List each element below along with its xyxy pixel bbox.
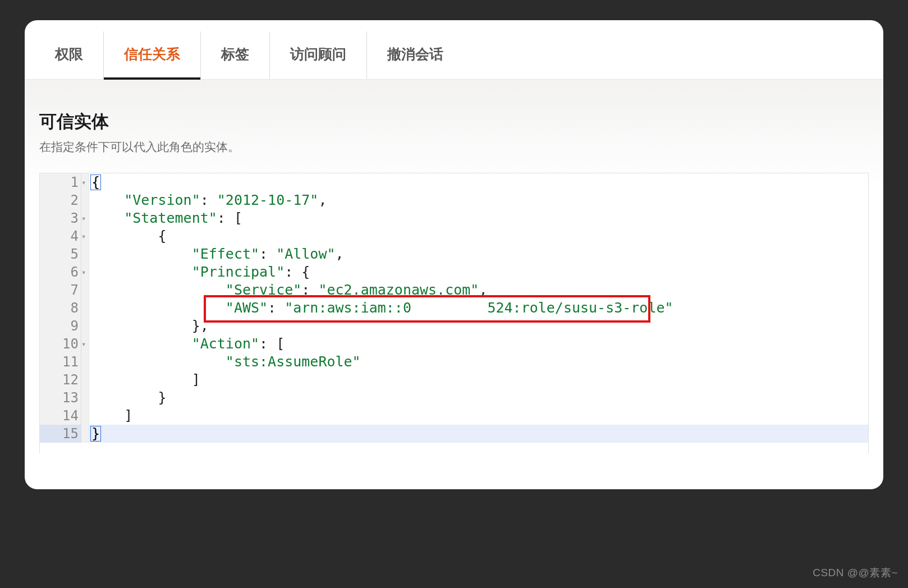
line-number: 4	[40, 227, 81, 245]
json-key: "Action"	[192, 336, 259, 352]
line-number: 6	[40, 263, 81, 281]
code-content[interactable]: ]	[89, 407, 868, 425]
json-punct: ]	[124, 407, 132, 424]
code-line[interactable]: 12 ]	[40, 371, 868, 389]
policy-json-editor[interactable]: 1▾{2 "Version": "2012-10-17",3▾ "Stateme…	[39, 173, 869, 453]
line-number: 2	[40, 191, 81, 209]
code-line[interactable]: 3▾ "Statement": [	[40, 209, 868, 227]
code-content[interactable]: }	[89, 389, 868, 407]
json-string: "ec2.amazonaws.com"	[318, 282, 479, 298]
code-line[interactable]: 6▾ "Principal": {	[40, 263, 868, 281]
line-number: 10	[40, 335, 81, 353]
section-subtitle: 在指定条件下可以代入此角色的实体。	[39, 139, 869, 155]
bracket-cursor: {	[90, 174, 101, 190]
fold-toggle-icon	[81, 245, 89, 263]
fold-toggle-icon[interactable]: ▾	[81, 263, 89, 281]
json-punct: : {	[285, 264, 310, 280]
json-key: "Principal"	[192, 264, 285, 280]
line-number: 8	[40, 299, 81, 317]
fold-toggle-icon	[81, 425, 89, 443]
line-number: 14	[40, 407, 81, 425]
content-area: 可信实体 在指定条件下可以代入此角色的实体。 1▾{2 "Version": "…	[25, 80, 883, 453]
line-number: 15	[40, 425, 81, 443]
code-line[interactable]: 14 ]	[40, 407, 868, 425]
code-content[interactable]: }	[89, 425, 868, 443]
watermark-text: CSDN @@素素~	[813, 566, 898, 580]
tab-access-advisor[interactable]: 访问顾问	[270, 31, 367, 79]
line-number: 9	[40, 317, 81, 335]
code-content[interactable]: "Version": "2012-10-17",	[89, 191, 868, 209]
json-punct: :	[301, 282, 318, 298]
tab-tags[interactable]: 标签	[201, 31, 270, 79]
code-line[interactable]: 8 "AWS": "arn:aws:iam::0 524:role/susu-s…	[40, 299, 868, 317]
code-line[interactable]: 11 "sts:AssumeRole"	[40, 353, 868, 371]
code-content[interactable]: "Service": "ec2.amazonaws.com",	[89, 281, 868, 299]
fold-toggle-icon[interactable]: ▾	[81, 209, 89, 227]
code-content[interactable]: {	[89, 227, 868, 245]
json-key: "Service"	[226, 282, 301, 298]
line-number: 3	[40, 209, 81, 227]
json-key: "AWS"	[226, 300, 268, 316]
code-content[interactable]: {	[89, 173, 868, 191]
line-number: 12	[40, 371, 81, 389]
json-punct: }	[158, 389, 166, 406]
panel-card: 权限 信任关系 标签 访问顾问 撤消会话 可信实体 在指定条件下可以代入此角色的…	[25, 20, 883, 489]
line-number: 13	[40, 389, 81, 407]
fold-toggle-icon[interactable]: ▾	[81, 335, 89, 353]
tab-revoke-sessions[interactable]: 撤消会话	[367, 31, 464, 79]
fold-toggle-icon	[81, 191, 89, 209]
json-string: "Allow"	[276, 246, 335, 262]
tab-bar: 权限 信任关系 标签 访问顾问 撤消会话	[25, 20, 883, 80]
json-string: "sts:AssumeRole"	[226, 353, 361, 370]
code-line[interactable]: 15}	[40, 425, 868, 443]
section-title: 可信实体	[39, 110, 869, 134]
line-number: 1	[40, 173, 81, 191]
json-punct: :	[259, 246, 276, 262]
json-punct: :	[268, 300, 285, 316]
fold-toggle-icon	[81, 371, 89, 389]
fold-toggle-icon	[81, 299, 89, 317]
fold-toggle-icon	[81, 389, 89, 407]
code-line[interactable]: 13 }	[40, 389, 868, 407]
json-string: "arn:aws:iam::0 524:role/susu-s3-role"	[285, 300, 673, 316]
json-punct: : [	[259, 336, 285, 352]
json-punct: ,	[479, 282, 487, 298]
line-number: 7	[40, 281, 81, 299]
bracket-cursor: }	[90, 426, 101, 442]
json-punct: },	[192, 318, 209, 334]
line-number: 11	[40, 353, 81, 371]
json-key: "Effect"	[192, 246, 259, 262]
code-content[interactable]: "Statement": [	[89, 209, 868, 227]
tab-trust-relationships[interactable]: 信任关系	[104, 31, 201, 79]
fold-toggle-icon[interactable]: ▾	[81, 173, 89, 191]
code-line[interactable]: 2 "Version": "2012-10-17",	[40, 191, 868, 209]
code-content[interactable]: "Effect": "Allow",	[89, 245, 868, 263]
code-line[interactable]: 7 "Service": "ec2.amazonaws.com",	[40, 281, 868, 299]
json-punct: : [	[217, 210, 242, 226]
json-key: "Version"	[124, 192, 200, 208]
json-punct: :	[200, 192, 217, 208]
fold-toggle-icon	[81, 317, 89, 335]
fold-toggle-icon	[81, 407, 89, 425]
code-content[interactable]: "sts:AssumeRole"	[89, 353, 868, 371]
code-line[interactable]: 1▾{	[40, 173, 868, 191]
code-line[interactable]: 10▾ "Action": [	[40, 335, 868, 353]
code-content[interactable]: },	[89, 317, 868, 335]
line-number: 5	[40, 245, 81, 263]
json-string: "2012-10-17"	[217, 192, 319, 208]
code-line[interactable]: 5 "Effect": "Allow",	[40, 245, 868, 263]
code-line[interactable]: 4▾ {	[40, 227, 868, 245]
fold-toggle-icon	[81, 281, 89, 299]
json-punct: {	[158, 228, 166, 244]
fold-toggle-icon[interactable]: ▾	[81, 227, 89, 245]
tab-permissions[interactable]: 权限	[35, 31, 104, 79]
code-content[interactable]: "AWS": "arn:aws:iam::0 524:role/susu-s3-…	[89, 299, 868, 317]
fold-toggle-icon	[81, 353, 89, 371]
json-punct: ,	[318, 192, 327, 208]
code-line[interactable]: 9 },	[40, 317, 868, 335]
json-key: "Statement"	[124, 210, 217, 226]
code-content[interactable]: "Principal": {	[89, 263, 868, 281]
json-punct: ,	[336, 246, 344, 262]
code-content[interactable]: "Action": [	[89, 335, 868, 353]
code-content[interactable]: ]	[89, 371, 868, 389]
